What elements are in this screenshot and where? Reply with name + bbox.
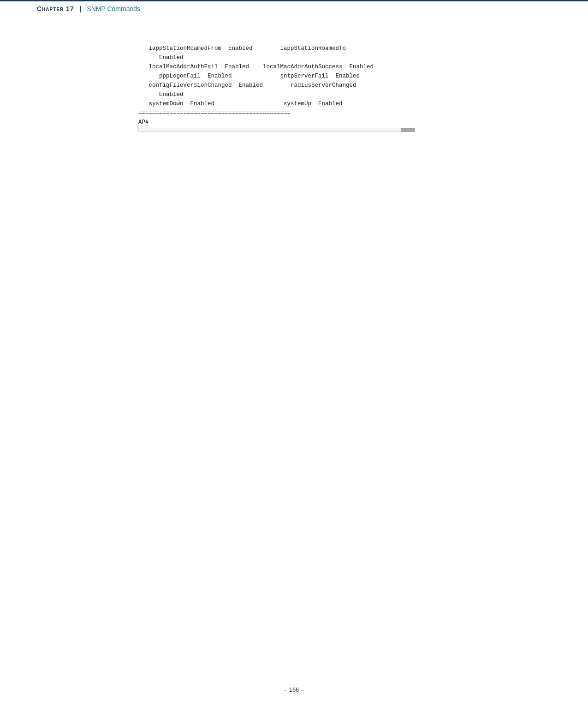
page-number: – 166 –	[284, 686, 304, 693]
code-block-wrapper: iappStationRoamedFrom Enabled iappStatio…	[138, 44, 505, 132]
scrollbar-hint[interactable]	[138, 128, 415, 132]
chapter-label: Chapter 17	[37, 5, 74, 12]
code-block: iappStationRoamedFrom Enabled iappStatio…	[138, 44, 505, 127]
page-footer: – 166 –	[0, 686, 588, 693]
page-content: iappStationRoamedFrom Enabled iappStatio…	[0, 16, 588, 168]
header-separator: |	[80, 5, 82, 12]
page-header: Chapter 17 | SNMP Commands	[0, 0, 588, 16]
scrollbar-thumb[interactable]	[401, 128, 415, 132]
chapter-title: SNMP Commands	[87, 5, 140, 12]
